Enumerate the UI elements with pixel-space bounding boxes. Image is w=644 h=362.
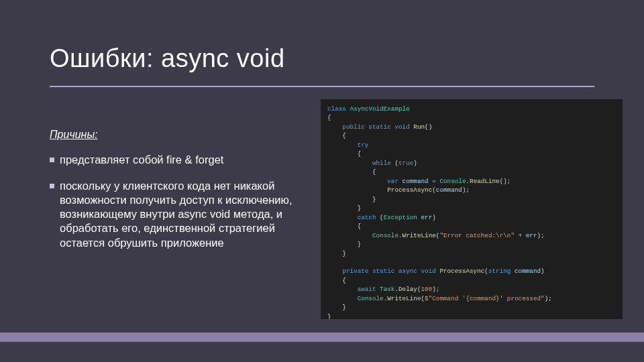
code-token: ); [537, 232, 545, 239]
code-token: } [327, 250, 346, 257]
code-token: } [327, 241, 361, 248]
code-token: ); [545, 295, 552, 302]
code-token: { [327, 150, 361, 158]
code-token: ); [462, 186, 470, 194]
code-token: ) [413, 160, 417, 167]
code-token: WriteLine [387, 295, 421, 302]
code-token: string [488, 267, 511, 275]
code-token: { [327, 168, 376, 176]
code-token: + [515, 232, 526, 239]
code-token: } [327, 204, 361, 212]
code-token: WriteLine [402, 232, 436, 239]
code-token: ReadLine [470, 178, 500, 185]
code-token: command [436, 186, 462, 194]
code-token: ) [541, 267, 545, 275]
code-token: ( [391, 160, 398, 167]
code-token: ) [432, 214, 436, 221]
code-token: private static async void [327, 267, 436, 275]
reasons-heading: Причины: [50, 129, 311, 141]
code-token: Console [327, 295, 384, 302]
code-token: (); [500, 178, 511, 185]
code-token: { [327, 114, 331, 121]
code-token: while [327, 160, 391, 167]
code-token: () [425, 123, 432, 131]
code-token: "Error catched:\r\n" [439, 232, 515, 239]
bullet-item: представляет собой fire & forget [50, 153, 311, 167]
code-token: ProcessAsync [327, 186, 432, 194]
code-token: 100 [421, 286, 433, 293]
code-token: Console [439, 178, 466, 185]
code-token: catch [327, 214, 376, 221]
code-token: $"Command '{command}' processed" [425, 295, 545, 302]
footer-accent-bar [0, 333, 644, 342]
code-token: err [526, 232, 537, 239]
code-token: true [398, 160, 413, 167]
code-token: ( [376, 214, 384, 221]
title-underline [50, 86, 594, 87]
code-token: Console [327, 232, 398, 239]
bullet-icon [50, 184, 54, 188]
code-token: Task [376, 286, 395, 293]
slide-title: Ошибки: async void [50, 44, 285, 73]
code-token: var [327, 178, 398, 185]
code-token: { [327, 223, 361, 230]
code-token: Delay [398, 286, 417, 293]
code-token: ProcessAsync [436, 267, 485, 275]
code-token: Run [410, 123, 425, 131]
bullet-text: поскольку у клиентского кода нет никакой… [60, 179, 311, 250]
code-token: class [327, 105, 346, 113]
code-token: command [511, 267, 541, 275]
code-token: { [327, 132, 346, 139]
code-token: public static void [327, 123, 410, 131]
code-token: } [327, 196, 376, 203]
bullet-text: представляет собой fire & forget [60, 153, 311, 167]
code-token: AsyncVoidExample [346, 105, 410, 113]
bullet-item: поскольку у клиентского кода нет никакой… [50, 179, 311, 250]
code-token: err [417, 214, 432, 221]
slide: Ошибки: async void Причины: представляет… [0, 0, 644, 362]
code-token: command [398, 178, 429, 185]
code-block: class AsyncVoidExample { public static v… [321, 99, 623, 319]
code-token: = [429, 178, 440, 185]
code-token: Exception [384, 214, 417, 221]
code-token: } [327, 304, 346, 311]
code-token: await [327, 286, 376, 293]
code-token: { [327, 277, 346, 284]
content-left: Причины: представляет собой fire & forge… [50, 129, 311, 262]
code-token: ); [432, 286, 439, 293]
bullet-icon [50, 158, 54, 162]
code-token: } [327, 313, 331, 319]
code-token: try [327, 141, 368, 149]
